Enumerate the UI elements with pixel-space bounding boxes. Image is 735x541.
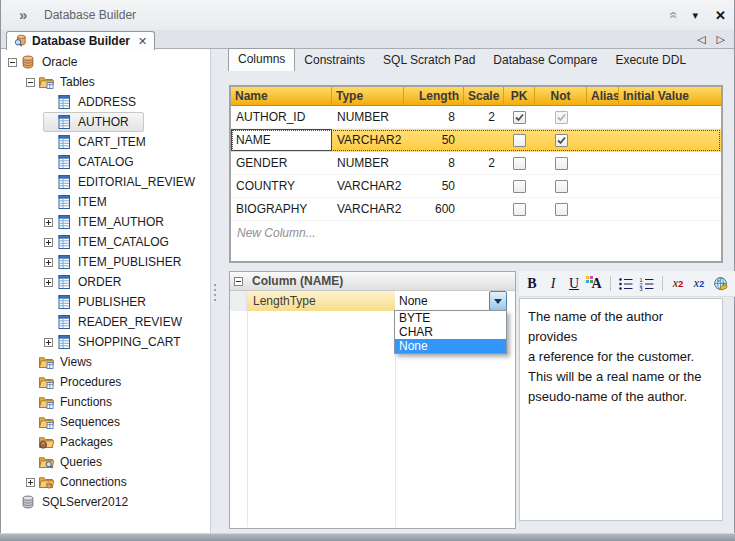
tree-item-views[interactable]: Views (25, 352, 107, 372)
tree-item-sequences[interactable]: Sequences (25, 412, 135, 432)
tree-row-shopping-cart[interactable]: SHOPPING_CART (1, 332, 210, 352)
grid-cell-scale[interactable]: 2 (464, 152, 504, 174)
grid-cell-length[interactable]: 8 (404, 152, 464, 174)
tree-row-procedures[interactable]: Procedures (1, 372, 210, 392)
not-null-checkbox[interactable] (555, 157, 568, 170)
superscript-button[interactable]: x2 (668, 274, 688, 294)
tree-row-item-author[interactable]: ITEM_AUTHOR (1, 212, 210, 232)
grid-cell-name[interactable]: AUTHOR_ID (231, 106, 332, 128)
not-null-checkbox[interactable] (555, 180, 568, 193)
grid-cell-alias[interactable] (587, 152, 619, 174)
tree-row-reader-review[interactable]: READER_REVIEW (1, 312, 210, 332)
tree-item-functions[interactable]: Functions (25, 392, 127, 412)
grid-cell-type[interactable]: VARCHAR2 (332, 198, 404, 220)
tree-item-editorial-review[interactable]: EDITORIAL_REVIEW (43, 172, 210, 192)
property-row-lengthtype[interactable]: LengthType None (230, 291, 515, 311)
grid-cell-initial_value[interactable] (619, 129, 721, 151)
tree-item-reader-review[interactable]: READER_REVIEW (43, 312, 197, 332)
expand-plus-icon[interactable] (44, 238, 53, 247)
grid-cell-not_null[interactable] (535, 198, 587, 220)
grid-cell-initial_value[interactable] (619, 198, 721, 220)
tree-item-item-catalog[interactable]: ITEM_CATALOG (43, 232, 184, 252)
grid-cell-scale[interactable] (464, 198, 504, 220)
tree-item-publisher[interactable]: PUBLISHER (43, 292, 161, 312)
tree-row-oracle[interactable]: Oracle (1, 52, 210, 72)
tree-item-catalog[interactable]: CATALOG (43, 152, 149, 172)
tab-database-compare[interactable]: Database Compare (484, 50, 606, 71)
grid-row-biography[interactable]: BIOGRAPHYVARCHAR2600 (231, 198, 721, 221)
tree-row-address[interactable]: ADDRESS (1, 92, 210, 112)
grid-cell-length[interactable]: 600 (404, 198, 464, 220)
tree-item-queries[interactable]: Queries (25, 452, 117, 472)
bullet-list-icon[interactable] (616, 274, 636, 294)
grid-cell-pk[interactable] (504, 129, 535, 151)
collapse-minus-icon[interactable] (26, 78, 35, 87)
grid-cell-type[interactable]: VARCHAR2 (332, 129, 404, 151)
globe-link-icon[interactable] (710, 274, 730, 294)
grid-cell-name[interactable]: GENDER (231, 152, 332, 174)
numbered-list-icon[interactable]: 123 (637, 274, 657, 294)
grid-cell-initial_value[interactable] (619, 175, 721, 197)
grid-row-author-id[interactable]: AUTHOR_IDNUMBER82 (231, 106, 721, 129)
grid-cell-pk[interactable] (504, 198, 535, 220)
tree-row-cart-item[interactable]: CART_ITEM (1, 132, 210, 152)
dropdown-option-char[interactable]: CHAR (395, 325, 506, 339)
tree-row-functions[interactable]: Functions (1, 392, 210, 412)
pk-checkbox[interactable] (513, 180, 526, 193)
not-null-checkbox[interactable] (555, 111, 568, 124)
grid-cell-not_null[interactable] (535, 175, 587, 197)
grid-cell-not_null[interactable] (535, 106, 587, 128)
expand-plus-icon[interactable] (44, 278, 53, 287)
grid-cell-alias[interactable] (587, 129, 619, 151)
grid-cell-pk[interactable] (504, 175, 535, 197)
grid-row-gender[interactable]: GENDERNUMBER82 (231, 152, 721, 175)
tab-close-icon[interactable]: ✕ (138, 35, 147, 48)
pk-checkbox[interactable] (513, 111, 526, 124)
window-menu-icon[interactable]: ▾ (693, 9, 699, 22)
tree-item-author[interactable]: AUTHOR (43, 112, 144, 132)
underline-button[interactable]: U (564, 274, 584, 294)
grid-cell-name[interactable]: NAME (231, 129, 332, 151)
grid-cell-pk[interactable] (504, 106, 535, 128)
not-null-checkbox[interactable] (555, 134, 568, 147)
collapse-chevrons-icon[interactable]: » (19, 6, 27, 23)
tree-item-order[interactable]: ORDER (43, 272, 136, 292)
nav-back-icon[interactable]: ◁ (697, 33, 705, 46)
tree-splitter[interactable] (211, 49, 219, 533)
grid-cell-length[interactable]: 50 (404, 175, 464, 197)
tree-item-sqlserver2012[interactable]: SQLServer2012 (7, 492, 143, 512)
pk-checkbox[interactable] (513, 134, 526, 147)
grid-cell-initial_value[interactable] (619, 106, 721, 128)
tree-item-packages[interactable]: Packages (25, 432, 128, 452)
nav-forward-icon[interactable]: ▷ (717, 33, 725, 46)
combo-dropdown-button[interactable] (489, 291, 507, 311)
property-panel-header[interactable]: Column (NAME) (230, 272, 515, 291)
tree-item-oracle[interactable]: Oracle (7, 52, 92, 72)
grid-cell-initial_value[interactable] (619, 152, 721, 174)
tree-item-connections[interactable]: Connections (25, 472, 142, 492)
italic-button[interactable]: I (543, 274, 563, 294)
tree-item-cart-item[interactable]: CART_ITEM (43, 132, 161, 152)
tree-row-sqlserver2012[interactable]: SQLServer2012 (1, 492, 210, 512)
subscript-button[interactable]: x2 (689, 274, 709, 294)
grid-cell-type[interactable]: NUMBER (332, 152, 404, 174)
expand-plus-icon[interactable] (44, 338, 53, 347)
grid-cell-type[interactable]: VARCHAR2 (332, 175, 404, 197)
grid-cell-not_null[interactable] (535, 129, 587, 151)
not-null-checkbox[interactable] (555, 203, 568, 216)
tree-row-publisher[interactable]: PUBLISHER (1, 292, 210, 312)
notes-editor[interactable]: The name of the author providesa referen… (519, 298, 723, 521)
tree-item-address[interactable]: ADDRESS (43, 92, 151, 112)
grid-cell-alias[interactable] (587, 198, 619, 220)
grid-cell-scale[interactable] (464, 175, 504, 197)
tree-item-procedures[interactable]: Procedures (25, 372, 136, 392)
font-color-button[interactable]: A (585, 274, 605, 294)
window-close-icon[interactable]: ✕ (715, 8, 726, 23)
tree-item-tables[interactable]: Tables (25, 72, 110, 92)
tree-row-item[interactable]: ITEM (1, 192, 210, 212)
tab-constraints[interactable]: Constraints (295, 50, 374, 71)
tree-item-item-publisher[interactable]: ITEM_PUBLISHER (43, 252, 196, 272)
tree-item-shopping-cart[interactable]: SHOPPING_CART (43, 332, 195, 352)
dropdown-option-none[interactable]: None (395, 339, 506, 353)
tree-row-editorial-review[interactable]: EDITORIAL_REVIEW (1, 172, 210, 192)
